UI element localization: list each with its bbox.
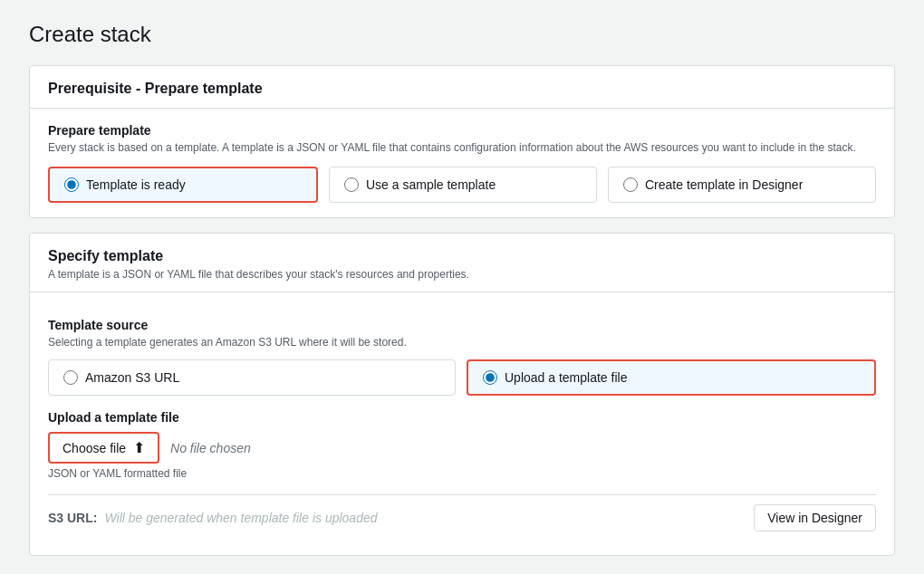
prerequisite-body: Prepare template Every stack is based on… <box>30 109 894 217</box>
option-sample-template[interactable]: Use a sample template <box>329 167 597 203</box>
option-designer-template[interactable]: Create template in Designer <box>608 167 876 203</box>
choose-file-row: Choose file ⬆ No file chosen <box>48 432 876 464</box>
option-template-ready[interactable]: Template is ready <box>48 167 318 203</box>
page-container: Create stack Prerequisite - Prepare temp… <box>0 0 924 574</box>
option-designer-template-label: Create template in Designer <box>645 177 803 192</box>
radio-amazon-s3[interactable] <box>63 370 78 385</box>
template-source-options: Amazon S3 URL Upload a template file <box>48 359 876 396</box>
s3-url-section: S3 URL: Will be generated when template … <box>48 494 876 541</box>
option-template-ready-label: Template is ready <box>86 177 186 192</box>
upload-label: Upload a template file <box>48 410 876 425</box>
s3-url-row: S3 URL: Will be generated when template … <box>48 511 378 525</box>
no-file-text: No file chosen <box>170 441 251 455</box>
view-in-designer-label: View in Designer <box>767 511 862 525</box>
view-in-designer-button[interactable]: View in Designer <box>754 504 876 531</box>
specify-section: Specify template A template is a JSON or… <box>29 233 895 556</box>
upload-section: Upload a template file Choose file ⬆ No … <box>48 410 876 480</box>
radio-template-ready[interactable] <box>64 177 79 192</box>
prerequisite-section: Prerequisite - Prepare template Prepare … <box>29 65 895 218</box>
prerequisite-heading: Prerequisite - Prepare template <box>48 81 876 97</box>
radio-designer-template[interactable] <box>623 177 638 192</box>
choose-file-label: Choose file <box>63 441 126 455</box>
page-title: Create stack <box>29 22 895 47</box>
choose-file-button[interactable]: Choose file ⬆ <box>48 432 159 464</box>
specify-description: A template is a JSON or YAML file that d… <box>48 268 876 281</box>
s3-url-placeholder: Will be generated when template file is … <box>104 511 377 525</box>
prepare-template-options: Template is ready Use a sample template … <box>48 167 876 203</box>
main-content: Create stack Prerequisite - Prepare temp… <box>0 0 924 574</box>
s3-url-label: S3 URL: <box>48 511 97 525</box>
radio-upload-file[interactable] <box>483 370 497 385</box>
template-source-description: Selecting a template generates an Amazon… <box>48 336 876 349</box>
specify-heading: Specify template <box>48 248 876 264</box>
template-source-label: Template source <box>48 318 876 332</box>
upload-icon: ⬆ <box>133 439 145 456</box>
specify-header: Specify template A template is a JSON or… <box>30 234 894 292</box>
option-upload-file[interactable]: Upload a template file <box>467 359 876 396</box>
prepare-template-label: Prepare template <box>48 123 876 138</box>
specify-body: Template source Selecting a template gen… <box>30 292 894 555</box>
file-hint: JSON or YAML formatted file <box>48 467 876 480</box>
option-amazon-s3[interactable]: Amazon S3 URL <box>48 359 456 396</box>
option-upload-file-label: Upload a template file <box>505 370 627 385</box>
radio-sample-template[interactable] <box>344 177 359 192</box>
prerequisite-header: Prerequisite - Prepare template <box>30 66 894 109</box>
option-sample-template-label: Use a sample template <box>366 177 496 192</box>
option-amazon-s3-label: Amazon S3 URL <box>85 370 179 385</box>
prepare-template-description: Every stack is based on a template. A te… <box>48 141 876 154</box>
